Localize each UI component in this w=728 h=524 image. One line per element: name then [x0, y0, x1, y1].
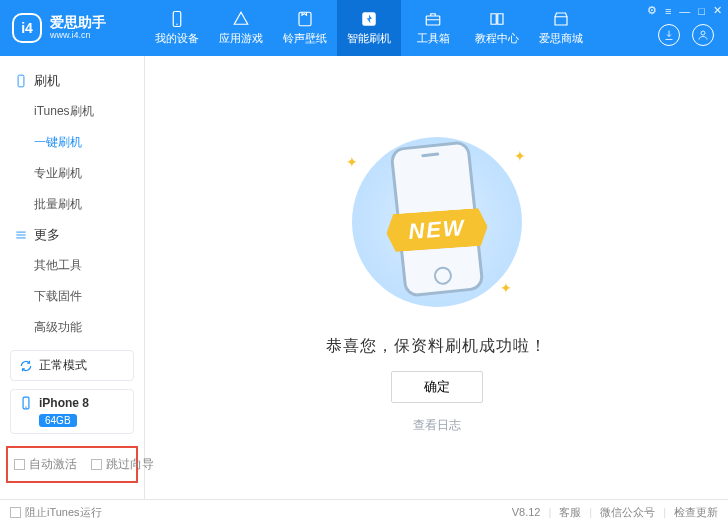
- sidebar-group-title: 更多: [34, 226, 60, 244]
- sidebar-item[interactable]: 下载固件: [0, 281, 144, 312]
- settings-icon[interactable]: ⚙: [647, 4, 657, 17]
- download-button[interactable]: [658, 24, 680, 46]
- success-hero: ✦ ✦ ✦ NEW: [322, 122, 552, 322]
- brand-block: i4 爱思助手 www.i4.cn: [0, 13, 145, 43]
- flash-option-label: 跳过向导: [106, 456, 154, 473]
- flash-options-box: 自动激活跳过向导: [6, 446, 138, 483]
- block-itunes-checkbox[interactable]: 阻止iTunes运行: [10, 505, 102, 520]
- main-pane: ✦ ✦ ✦ NEW 恭喜您，保资料刷机成功啦！ 确定 查看日志: [145, 56, 728, 499]
- sidebar-group-title: 刷机: [34, 72, 60, 90]
- nav-item-3[interactable]: 智能刷机: [337, 0, 401, 56]
- nav-item-0[interactable]: 我的设备: [145, 0, 209, 56]
- sidebar: 刷机iTunes刷机一键刷机专业刷机批量刷机更多其他工具下载固件高级功能 正常模…: [0, 56, 145, 499]
- sidebar-item[interactable]: 一键刷机: [0, 127, 144, 158]
- apps-icon: [232, 10, 250, 28]
- flash-option-checkbox[interactable]: 跳过向导: [91, 456, 154, 473]
- block-itunes-label: 阻止iTunes运行: [25, 505, 102, 520]
- support-link[interactable]: 客服: [559, 505, 581, 520]
- sidebar-item[interactable]: 高级功能: [0, 312, 144, 343]
- window-controls: ⚙ ≡ — □ ✕: [647, 4, 722, 17]
- sidebar-item[interactable]: 专业刷机: [0, 158, 144, 189]
- sparkle-icon: ✦: [514, 148, 526, 164]
- user-button[interactable]: [692, 24, 714, 46]
- new-ribbon: NEW: [385, 207, 489, 252]
- close-button[interactable]: ✕: [713, 4, 722, 17]
- flash-option-label: 自动激活: [29, 456, 77, 473]
- nav-label: 智能刷机: [347, 31, 391, 46]
- toolbox-icon: [424, 10, 442, 28]
- maximize-button[interactable]: □: [698, 5, 705, 17]
- music-icon: [296, 10, 314, 28]
- sidebar-item[interactable]: iTunes刷机: [0, 96, 144, 127]
- header-right-icons: [658, 24, 714, 46]
- nav-item-1[interactable]: 应用游戏: [209, 0, 273, 56]
- store-icon: [552, 10, 570, 28]
- brand-text: 爱思助手 www.i4.cn: [50, 15, 106, 40]
- success-message: 恭喜您，保资料刷机成功啦！: [326, 336, 547, 357]
- confirm-button[interactable]: 确定: [391, 371, 483, 403]
- nav-label: 应用游戏: [219, 31, 263, 46]
- body-row: 刷机iTunes刷机一键刷机专业刷机批量刷机更多其他工具下载固件高级功能 正常模…: [0, 56, 728, 500]
- device-name: iPhone 8: [39, 396, 89, 410]
- app-header: i4 爱思助手 www.i4.cn 我的设备应用游戏铃声壁纸智能刷机工具箱教程中…: [0, 0, 728, 56]
- nav-label: 教程中心: [475, 31, 519, 46]
- brand-subtitle: www.i4.cn: [50, 31, 106, 41]
- sidebar-group-header[interactable]: 更多: [0, 220, 144, 250]
- sparkle-icon: ✦: [346, 154, 358, 170]
- version-label: V8.12: [512, 506, 541, 518]
- menu-icon[interactable]: ≡: [665, 5, 671, 17]
- flash-icon: [360, 10, 378, 28]
- brand-logo: i4: [12, 13, 42, 43]
- flash-option-checkbox[interactable]: 自动激活: [14, 456, 77, 473]
- sidebar-item[interactable]: 其他工具: [0, 250, 144, 281]
- book-icon: [488, 10, 506, 28]
- nav-label: 我的设备: [155, 31, 199, 46]
- status-bar: 阻止iTunes运行 V8.12 | 客服 | 微信公众号 | 检查更新: [0, 500, 728, 524]
- nav-item-2[interactable]: 铃声壁纸: [273, 0, 337, 56]
- nav-item-4[interactable]: 工具箱: [401, 0, 465, 56]
- svg-rect-6: [18, 75, 24, 87]
- device-storage-badge: 64GB: [39, 414, 77, 427]
- svg-point-5: [701, 31, 705, 35]
- sidebar-group-header[interactable]: 刷机: [0, 66, 144, 96]
- svg-rect-4: [426, 16, 440, 25]
- nav-item-6[interactable]: 爱思商城: [529, 0, 593, 56]
- mode-status[interactable]: 正常模式: [10, 350, 134, 381]
- top-nav: 我的设备应用游戏铃声壁纸智能刷机工具箱教程中心爱思商城: [145, 0, 593, 56]
- sidebar-item[interactable]: 批量刷机: [0, 189, 144, 220]
- nav-label: 工具箱: [417, 31, 450, 46]
- wechat-link[interactable]: 微信公众号: [600, 505, 655, 520]
- update-link[interactable]: 检查更新: [674, 505, 718, 520]
- mode-status-label: 正常模式: [39, 357, 87, 374]
- nav-item-5[interactable]: 教程中心: [465, 0, 529, 56]
- view-log-link[interactable]: 查看日志: [413, 417, 461, 434]
- nav-label: 爱思商城: [539, 31, 583, 46]
- brand-title: 爱思助手: [50, 15, 106, 30]
- nav-label: 铃声壁纸: [283, 31, 327, 46]
- minimize-button[interactable]: —: [679, 5, 690, 17]
- sparkle-icon: ✦: [500, 280, 512, 296]
- device-card[interactable]: iPhone 8 64GB: [10, 389, 134, 434]
- phone-icon: [168, 10, 186, 28]
